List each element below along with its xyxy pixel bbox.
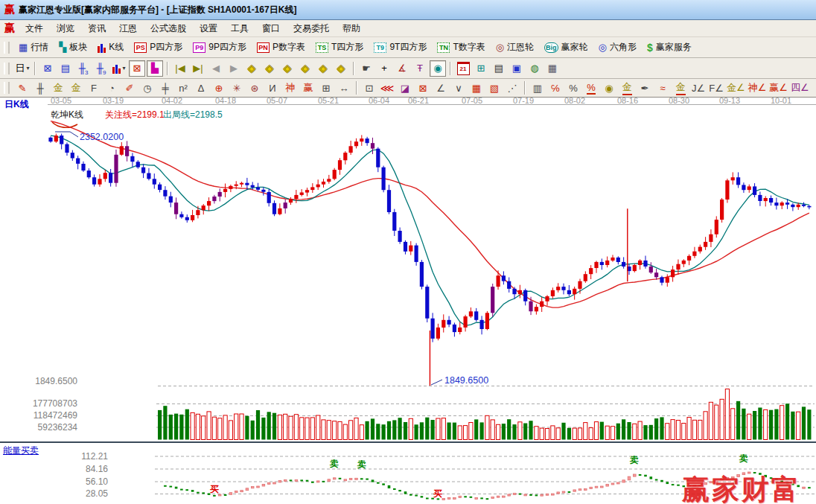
draw-pen-button[interactable]: ✎ — [14, 80, 31, 96]
tool-next-page-button[interactable]: ▶ — [226, 60, 242, 77]
draw-fan-box-button[interactable]: ◪ — [397, 80, 413, 96]
menu-item-6[interactable]: 工具 — [224, 21, 255, 36]
draw-n-wave-button[interactable]: И — [264, 80, 281, 96]
n-wave-icon: И — [269, 83, 275, 94]
draw-fan-lines-button[interactable]: ⋘ — [379, 80, 395, 96]
draw-fan-box-red-button[interactable]: ⊠ — [415, 80, 431, 96]
draw-red-grid-button[interactable]: ▦ — [468, 80, 485, 96]
tool-bars-3-button[interactable]: ╫3 — [75, 60, 92, 77]
draw-percent-line-button[interactable]: % — [583, 80, 599, 96]
menu-item-0[interactable]: 文件 — [19, 21, 50, 36]
draw-price-table-button[interactable]: ▥ — [529, 80, 546, 96]
draw-gold-levels-button[interactable]: 金 — [619, 80, 635, 96]
draw-win-angle-button[interactable]: 赢∠ — [768, 80, 788, 96]
toolbar-p-number-table-button[interactable]: PNP数字表 — [257, 41, 305, 54]
toolbar-quotes-button[interactable]: ▦行情 — [19, 41, 48, 54]
tool-last-page-button[interactable]: ▶| — [190, 60, 206, 77]
draw-n-square-button[interactable]: n² — [175, 80, 191, 96]
menu-item-4[interactable]: 公式选股 — [144, 21, 193, 36]
tool-calendar-21-button[interactable]: 21 — [455, 60, 471, 77]
tool-period-day-button[interactable]: 日▾ — [14, 60, 31, 77]
tool-v-expand-button[interactable]: ◈ — [315, 60, 331, 77]
draw-gold-grid-1-button[interactable]: 金 — [50, 80, 66, 96]
toolbar-t-number-table-button[interactable]: TNT数字表 — [437, 41, 485, 54]
draw-f-angle-button[interactable]: F∠ — [708, 80, 724, 96]
tool-bars-9-button[interactable]: ╫9 — [93, 60, 109, 77]
toolbar-hexagon-button[interactable]: ◎六角形 — [599, 41, 637, 54]
draw-angle-lines-button[interactable]: ∠ — [433, 80, 449, 96]
draw-gold-underline-button[interactable]: 金 — [672, 80, 689, 96]
draw-web-grid-button[interactable]: ⊛ — [246, 80, 263, 96]
toolbar-9t-square-button[interactable]: T99T四方形 — [374, 41, 427, 54]
toolbar-t-square-button[interactable]: TST四方形 — [316, 41, 363, 54]
toolbar-kline-button[interactable]: K线 — [98, 41, 124, 54]
tool-system-button[interactable]: ▦ — [544, 60, 561, 77]
tool-pattern-view-button[interactable]: ⊠ — [39, 60, 56, 77]
draw-spiral-button[interactable]: ◔ — [103, 80, 120, 96]
draw-mirror-button[interactable]: ∆ — [193, 80, 209, 96]
draw-parallel-lines-button[interactable]: ⋰ — [504, 80, 520, 96]
tool-info-list-button[interactable]: ▤ — [57, 60, 74, 77]
tool-net-export-button[interactable]: ◍ — [526, 60, 543, 77]
tool-histogram-view-button[interactable]: ▙ — [147, 60, 163, 77]
draw-gold-angle-button[interactable]: 金∠ — [726, 80, 746, 96]
toolbar-blocks-button[interactable]: ▚板块 — [59, 41, 87, 54]
draw-width-tool-button[interactable]: ↔ — [336, 80, 352, 96]
menu-item-3[interactable]: 江恩 — [112, 21, 144, 36]
toolbar-winner-wheel-button[interactable]: Big赢家轮 — [544, 41, 588, 54]
draw-j-angle-button[interactable]: J∠ — [690, 80, 707, 96]
tool-first-page-button[interactable]: |◀ — [172, 60, 188, 77]
tool-notes-button[interactable]: ▤ — [491, 60, 507, 77]
menu-item-2[interactable]: 资讯 — [81, 21, 112, 36]
tool-pan-left-button[interactable]: ◈ — [243, 60, 260, 77]
tool-v-compress-button[interactable]: ◈ — [333, 60, 349, 77]
draw-percent-button[interactable]: % — [565, 80, 581, 96]
toolbar-winner-service-button[interactable]: $赢家服务 — [647, 41, 692, 54]
tool-crosshair-tool-button[interactable]: + — [376, 60, 392, 77]
menu-item-9[interactable]: 帮助 — [336, 21, 367, 36]
tool-save-button[interactable]: ▣ — [509, 60, 525, 77]
draw-time-cycle-button[interactable]: ◷ — [139, 80, 156, 96]
calendar-21-icon: 21 — [457, 62, 470, 75]
tool-h-expand-button[interactable]: ◈ — [279, 60, 296, 77]
toolbar-p-square-button[interactable]: PSP四方形 — [134, 41, 182, 54]
draw-grid-123-button[interactable]: ⊞ — [318, 80, 334, 96]
toolbar-9p-square-button[interactable]: P99P四方形 — [193, 41, 246, 54]
draw-red-pen-button[interactable]: ✐ — [121, 80, 138, 96]
draw-fib-grid-button[interactable]: F — [86, 80, 102, 96]
draw-win-tool-button[interactable]: 赢 — [300, 80, 316, 96]
draw-grid-line-button[interactable]: ╫ — [32, 80, 48, 96]
tool-candle-style-button[interactable]: ▾ — [111, 60, 127, 77]
title-bar[interactable]: 赢 赢家江恩专业版[赢家内部服务平台] - [上证指数 SH1A0001-167… — [0, 0, 816, 20]
draw-marker-pen-button[interactable]: ✒ — [637, 80, 653, 96]
draw-four-angle-button[interactable]: 四∠ — [790, 80, 810, 96]
tool-measure-tool-button[interactable]: ∡ — [394, 60, 410, 77]
tool-prev-page-button[interactable]: ◀ — [208, 60, 224, 77]
tool-pan-right-button[interactable]: ◈ — [261, 60, 278, 77]
tool-hand-tool-button[interactable]: ☛ — [358, 60, 374, 77]
draw-gold-circle-button[interactable]: ◉ — [601, 80, 617, 96]
menu-item-8[interactable]: 交易委托 — [287, 21, 336, 36]
tool-h-compress-button[interactable]: ◈ — [297, 60, 313, 77]
tool-gann-t-tool-button[interactable]: Ŧ — [412, 60, 428, 77]
menu-item-5[interactable]: 设置 — [193, 21, 224, 36]
tool-analysis-tool-button[interactable]: ◉ — [430, 60, 446, 77]
draw-percent-tri-button[interactable]: ℅ — [547, 80, 564, 96]
tool-calculator-button[interactable]: ⊞ — [473, 60, 489, 77]
draw-shen-angle-button[interactable]: 神∠ — [748, 80, 768, 96]
draw-gann-compass-button[interactable]: ⊕ — [211, 80, 227, 96]
tool-qiankun-pattern-button[interactable]: ⊠ — [129, 60, 145, 77]
draw-red-grid-arrow-button[interactable]: ▧ — [486, 80, 503, 96]
draw-shen-tool-button[interactable]: 神 — [282, 80, 299, 96]
toolbar-gann-wheel-button[interactable]: ◎江恩轮 — [496, 41, 534, 54]
draw-ruler-grid-button[interactable]: ╪ — [157, 80, 173, 96]
draw-gold-grid-2-button[interactable]: 金 — [68, 80, 84, 96]
draw-wave-tool-button[interactable]: ≈ — [654, 80, 671, 96]
draw-star-grid-button[interactable]: ✳ — [229, 80, 245, 96]
hexagon-label: 六角形 — [610, 41, 637, 54]
energy-axis-label-0: 112.21 — [0, 451, 108, 462]
menu-item-1[interactable]: 浏览 — [50, 21, 81, 36]
draw-v-lines-button[interactable]: ∨ — [450, 80, 467, 96]
menu-item-7[interactable]: 窗口 — [255, 21, 287, 36]
draw-box-tool-button[interactable]: ⊡ — [361, 80, 377, 96]
